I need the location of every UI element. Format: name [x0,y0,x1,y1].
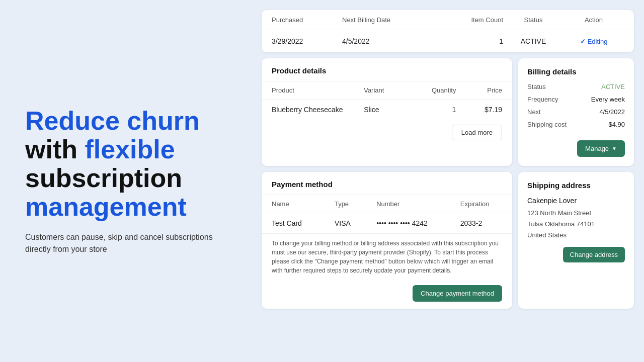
payment-notice: To change your billing method or billing… [262,233,512,280]
row-action: ✓ Editing [564,38,624,45]
subtext: Customers can pause, skip and cancel sub… [25,231,231,255]
col-price: Price [456,86,502,94]
payment-title: Payment method [272,180,502,195]
product-variant: Slice [364,106,410,114]
main-headline: Reduce churn with flexible subscription … [25,107,231,222]
load-more-area: Load more [262,120,512,147]
payment-type: VISA [335,219,376,227]
manage-button[interactable]: Manage ▼ [577,140,625,157]
right-panel: Purchased Next Billing Date Item Count S… [257,0,644,362]
shipping-country: United States [527,230,625,241]
col-name: Name [272,200,335,208]
subscription-card: Purchased Next Billing Date Item Count S… [262,10,634,52]
shipping-line2: Tulsa Oklahoma 74101 [527,219,625,230]
billing-details-card: Billing details Status ACTIVE Frequency … [518,58,634,166]
change-payment-button[interactable]: Change payment method [413,285,502,302]
col-item-count: Item Count [443,16,503,24]
shipping-line1: 123 North Main Street [527,208,625,219]
col-variant: Variant [364,86,410,94]
dropdown-arrow-icon: ▼ [612,146,617,151]
payment-method-card: Payment method Name Type Number Expirati… [262,172,512,309]
col-next-billing: Next Billing Date [342,16,443,24]
col-status: Status [503,16,564,24]
change-payment-area: Change payment method [262,280,512,309]
headline-black2: subscription [25,163,182,193]
editing-label: Editing [588,38,608,45]
headline-blue1: Reduce churn [25,106,200,135]
billing-status-row: Status ACTIVE [527,83,625,90]
row-next-billing: 4/5/2022 [342,37,443,45]
shipping-address-card: Shipping address Cakenpie Lover 123 Nort… [518,172,634,309]
col-expiration: Expiration [460,200,502,208]
billing-frequency-row: Frequency Every week [527,96,625,103]
left-panel: Reduce churn with flexible subscription … [0,0,257,362]
billing-frequency-value: Every week [591,96,625,103]
billing-next-value: 4/5/2022 [599,108,625,116]
billing-title: Billing details [527,67,625,76]
shipping-address-lines: 123 North Main Street Tulsa Oklahoma 741… [527,208,625,241]
payment-inner: Payment method [262,172,512,195]
subscription-row: 3/29/2022 4/5/2022 1 ACTIVE ✓ Editing [262,30,634,52]
middle-section: Product details Product Variant Quantity… [262,58,634,166]
product-details-title: Product details [262,58,512,81]
subscription-header: Purchased Next Billing Date Item Count S… [262,10,634,30]
load-more-button[interactable]: Load more [452,125,502,140]
payment-expiration: 2033-2 [460,219,502,227]
product-price: $7.19 [456,106,502,114]
row-purchased: 3/29/2022 [272,37,342,45]
payment-name: Test Card [272,219,335,227]
billing-next-row: Next 4/5/2022 [527,108,625,116]
row-item-count: 1 [443,37,503,45]
product-details-card: Product details Product Variant Quantity… [262,58,512,166]
billing-shipping-label: Shipping cost [527,121,567,128]
col-purchased: Purchased [272,16,342,24]
product-row: Blueberry Cheesecake Slice 1 $7.19 [262,100,512,120]
col-action: Action [564,16,624,24]
billing-next-label: Next [527,108,541,116]
col-quantity: Quantity [410,86,456,94]
headline-black1: with [25,135,77,164]
change-address-button[interactable]: Change address [563,247,625,262]
headline-blue2: flexible [85,135,175,164]
row-status: ACTIVE [503,37,564,45]
billing-shipping-value: $4.90 [608,121,625,128]
billing-shipping-row: Shipping cost $4.90 [527,121,625,128]
billing-frequency-label: Frequency [527,96,558,103]
headline-blue3: management [25,192,187,221]
product-quantity: 1 [410,106,456,114]
check-icon: ✓ [580,38,586,45]
payment-number: •••• •••• •••• 4242 [376,219,460,227]
billing-status-label: Status [527,83,546,90]
product-table-header: Product Variant Quantity Price [262,81,512,100]
payment-row: Test Card VISA •••• •••• •••• 4242 2033-… [262,213,512,233]
shipping-name: Cakenpie Lover [527,197,625,205]
col-number: Number [376,200,460,208]
bottom-section: Payment method Name Type Number Expirati… [262,172,634,309]
shipping-title: Shipping address [527,181,625,190]
payment-table-header: Name Type Number Expiration [262,195,512,213]
col-product: Product [272,86,364,94]
product-name: Blueberry Cheesecake [272,106,364,114]
billing-status-value: ACTIVE [601,83,625,90]
manage-label: Manage [585,145,609,152]
col-type: Type [335,200,376,208]
